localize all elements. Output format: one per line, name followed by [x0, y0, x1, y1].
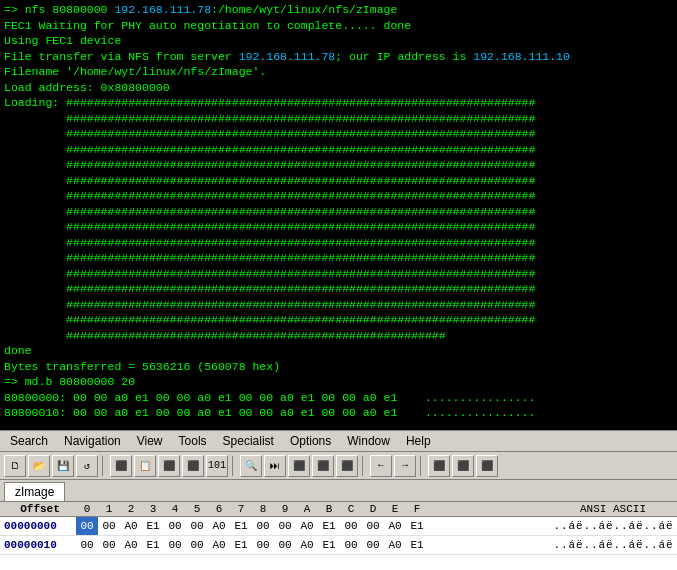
hex-byte[interactable]: 00: [164, 517, 186, 535]
tb-btn19[interactable]: ⬛: [476, 455, 498, 477]
hex-byte[interactable]: A0: [120, 517, 142, 535]
tb-btn5[interactable]: ⬛: [110, 455, 132, 477]
hex-byte[interactable]: 00: [186, 517, 208, 535]
hex-byte[interactable]: 00: [186, 536, 208, 554]
tb-btn12[interactable]: ⬛: [288, 455, 310, 477]
menu-search[interactable]: Search: [2, 432, 56, 450]
hex-byte[interactable]: 00: [340, 517, 362, 535]
toolbar-sep-1: [102, 456, 106, 476]
hex-byte[interactable]: E1: [142, 517, 164, 535]
menu-specialist[interactable]: Specialist: [215, 432, 282, 450]
hex-byte[interactable]: 00: [98, 536, 120, 554]
hex-byte[interactable]: A0: [120, 536, 142, 554]
revert-button[interactable]: ↺: [76, 455, 98, 477]
menu-window[interactable]: Window: [339, 432, 398, 450]
menu-view[interactable]: View: [129, 432, 171, 450]
hex-byte[interactable]: 00: [164, 536, 186, 554]
open-button[interactable]: 📂: [28, 455, 50, 477]
new-button[interactable]: 🗋: [4, 455, 26, 477]
hex-bytes-0: 00 00 A0 E1 00 00 A0 E1 00 00 A0 E1 00 0…: [76, 517, 553, 535]
hex-byte[interactable]: 00: [362, 536, 384, 554]
menu-options[interactable]: Options: [282, 432, 339, 450]
hex-byte[interactable]: 00: [76, 517, 98, 535]
toolbar: 🗋 📂 💾 ↺ ⬛ 📋 ⬛ ⬛ 101 🔍 ⏭ ⬛ ⬛ ⬛ ← → ⬛ ⬛ ⬛: [0, 452, 677, 480]
hex-bytes-1: 00 00 A0 E1 00 00 A0 E1 00 00 A0 E1 00 0…: [76, 536, 553, 554]
hex-byte[interactable]: E1: [318, 517, 340, 535]
tab-bar: zImage: [0, 480, 677, 502]
hex-ascii-0: ..áë ..áë ..áë ..áë: [553, 517, 673, 535]
hex-byte[interactable]: E1: [230, 517, 252, 535]
hex-byte[interactable]: 00: [274, 517, 296, 535]
tab-zimage[interactable]: zImage: [4, 482, 65, 501]
terminal-output: => nfs 80800000 192.168.111.78:/home/wyt…: [0, 0, 677, 430]
hex-byte[interactable]: 00: [252, 517, 274, 535]
hex-byte[interactable]: A0: [384, 517, 406, 535]
hex-row-0: 00000000 00 00 A0 E1 00 00 A0 E1 00 00 A…: [0, 517, 677, 536]
toolbar-sep-2: [232, 456, 236, 476]
hex-byte[interactable]: A0: [208, 517, 230, 535]
tb-btn14[interactable]: ⬛: [336, 455, 358, 477]
find-button[interactable]: 🔍: [240, 455, 262, 477]
tb-btn13[interactable]: ⬛: [312, 455, 334, 477]
tb-btn17[interactable]: ⬛: [428, 455, 450, 477]
hex-byte[interactable]: E1: [230, 536, 252, 554]
offset-header: Offset: [4, 503, 76, 515]
hex-byte[interactable]: A0: [296, 517, 318, 535]
hex-byte[interactable]: 00: [98, 517, 120, 535]
save-button[interactable]: 💾: [52, 455, 74, 477]
hex-editor: Offset 0 1 2 3 4 5 6 7 8 9 A B C D E F A…: [0, 502, 677, 570]
toolbar-sep-3: [362, 456, 366, 476]
hex-byte[interactable]: E1: [406, 536, 428, 554]
menu-help[interactable]: Help: [398, 432, 439, 450]
menu-tools[interactable]: Tools: [171, 432, 215, 450]
hex-byte[interactable]: 00: [76, 536, 98, 554]
hex-row-1: 00000010 00 00 A0 E1 00 00 A0 E1 00 00 A…: [0, 536, 677, 555]
tb-btn18[interactable]: ⬛: [452, 455, 474, 477]
hex-byte[interactable]: A0: [384, 536, 406, 554]
tb-btn7[interactable]: ⬛: [158, 455, 180, 477]
hex-byte[interactable]: E1: [318, 536, 340, 554]
hex-byte[interactable]: 00: [340, 536, 362, 554]
hex-byte[interactable]: A0: [208, 536, 230, 554]
bytes-header: 0 1 2 3 4 5 6 7 8 9 A B C D E F: [76, 503, 553, 515]
findnext-button[interactable]: ⏭: [264, 455, 286, 477]
hex-byte[interactable]: 00: [274, 536, 296, 554]
hex-byte[interactable]: 00: [362, 517, 384, 535]
hex-byte[interactable]: 00: [252, 536, 274, 554]
nav-back-button[interactable]: ←: [370, 455, 392, 477]
hex-header: Offset 0 1 2 3 4 5 6 7 8 9 A B C D E F A…: [0, 502, 677, 517]
nav-fwd-button[interactable]: →: [394, 455, 416, 477]
hex-ascii-1: ..áë ..áë ..áë ..áë: [553, 536, 673, 554]
tb-btn6[interactable]: 📋: [134, 455, 156, 477]
ascii-header: ANSI ASCII: [553, 503, 673, 515]
hex-byte[interactable]: E1: [406, 517, 428, 535]
tb-btn9[interactable]: 101: [206, 455, 228, 477]
toolbar-sep-4: [420, 456, 424, 476]
hex-byte[interactable]: A0: [296, 536, 318, 554]
hex-byte[interactable]: E1: [142, 536, 164, 554]
hex-offset-0: 00000000: [4, 517, 76, 535]
menu-navigation[interactable]: Navigation: [56, 432, 129, 450]
hex-offset-1: 00000010: [4, 536, 76, 554]
tb-btn8[interactable]: ⬛: [182, 455, 204, 477]
menu-bar: Search Navigation View Tools Specialist …: [0, 430, 677, 452]
